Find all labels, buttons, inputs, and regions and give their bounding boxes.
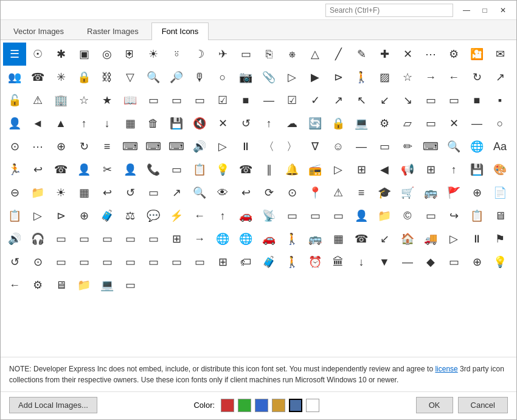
icon-cell[interactable]: 📋 — [188, 158, 211, 181]
icon-cell[interactable]: ← — [188, 204, 211, 227]
icon-cell[interactable]: ■ — [465, 89, 488, 112]
icon-cell[interactable]: 🏠 — [396, 227, 419, 250]
icon-cell[interactable]: ↖ — [350, 89, 373, 112]
icon-cell[interactable]: 💾 — [165, 112, 188, 135]
icon-cell[interactable]: 👤 — [119, 158, 142, 181]
icon-cell[interactable]: 🔒 — [327, 112, 350, 135]
color-swatch-blue[interactable] — [255, 399, 268, 412]
icon-cell[interactable]: ▭ — [72, 227, 95, 250]
maximize-button[interactable]: □ — [476, 3, 493, 18]
search-box[interactable] — [325, 4, 453, 17]
icon-cell[interactable]: ☎ — [234, 158, 257, 181]
minimize-button[interactable]: — — [458, 3, 475, 18]
icon-cell[interactable]: ▭ — [419, 112, 442, 135]
icon-cell[interactable]: 🚗 — [234, 204, 257, 227]
icon-cell[interactable]: ⊕ — [465, 250, 488, 274]
icon-cell[interactable]: ⎈ — [280, 43, 304, 66]
icon-cell[interactable]: ▭ — [142, 181, 165, 204]
icon-cell[interactable]: ✕ — [442, 112, 465, 135]
icon-cell[interactable]: ≡ — [350, 181, 373, 204]
icon-cell[interactable]: ▭ — [119, 250, 142, 274]
icon-cell[interactable]: 🔒 — [72, 66, 95, 89]
icon-cell[interactable]: ⊙ — [26, 250, 49, 274]
color-swatch-gold[interactable] — [272, 399, 285, 412]
icon-cell[interactable]: ○ — [488, 112, 512, 135]
icon-cell[interactable]: ↓ — [95, 112, 119, 135]
icon-cell[interactable]: ▭ — [165, 89, 188, 112]
icon-cell[interactable]: ✕ — [211, 112, 234, 135]
icon-cell[interactable]: ↗ — [165, 181, 188, 204]
color-swatch-slate[interactable] — [289, 399, 302, 412]
icon-cell[interactable]: ▭ — [188, 250, 211, 274]
icon-cell[interactable]: 📷 — [234, 66, 257, 89]
icon-cell[interactable]: ▷ — [211, 135, 234, 158]
icon-cell[interactable]: ⚠ — [327, 181, 350, 204]
icon-cell[interactable]: ⎘ — [257, 43, 280, 66]
icon-cell[interactable]: ▭ — [165, 250, 188, 274]
icon-cell[interactable]: 🛒 — [396, 181, 419, 204]
tab-raster-images[interactable]: Raster Images — [77, 22, 149, 40]
icon-cell[interactable]: ☁ — [280, 112, 304, 135]
icon-cell[interactable]: 🧳 — [95, 204, 119, 227]
icon-cell[interactable]: ⋯ — [26, 135, 49, 158]
icon-cell[interactable]: 🖥 — [49, 274, 72, 297]
icon-cell[interactable]: 🏛 — [327, 250, 350, 274]
icon-cell[interactable]: ☉ — [26, 43, 49, 66]
icon-cell[interactable]: ◄ — [26, 112, 49, 135]
icon-cell[interactable]: ☰ — [3, 43, 26, 66]
icon-cell[interactable]: ▭ — [119, 274, 142, 297]
icon-cell[interactable]: 📖 — [119, 89, 142, 112]
icon-cell[interactable]: ▭ — [419, 204, 442, 227]
icon-cell[interactable]: 📻 — [304, 158, 327, 181]
icon-cell[interactable]: ▭ — [142, 227, 165, 250]
icon-cell[interactable]: 🚶 — [280, 250, 304, 274]
color-swatch-red[interactable] — [221, 399, 234, 412]
icon-cell[interactable]: 💻 — [350, 112, 373, 135]
icon-cell[interactable]: ↗ — [327, 89, 350, 112]
icon-cell[interactable]: ⟳ — [257, 181, 280, 204]
icon-cell[interactable]: ↗ — [488, 66, 512, 89]
icon-cell[interactable]: 📞 — [142, 158, 165, 181]
icon-cell[interactable]: → — [188, 227, 211, 250]
icon-cell[interactable]: ✳ — [49, 66, 72, 89]
icon-cell[interactable]: ↓ — [350, 250, 373, 274]
icon-cell[interactable]: ▷ — [280, 66, 304, 89]
icon-cell[interactable]: ▣ — [72, 43, 95, 66]
icon-cell[interactable]: ✚ — [373, 43, 396, 66]
icon-cell[interactable]: ✂ — [95, 158, 119, 181]
icon-cell[interactable]: 🔊 — [188, 135, 211, 158]
icon-cell[interactable]: ⚙ — [373, 112, 396, 135]
icon-cell[interactable]: ⊙ — [3, 135, 26, 158]
icon-cell[interactable]: ▨ — [373, 66, 396, 89]
icon-cell[interactable]: ▽ — [119, 66, 142, 89]
icon-cell[interactable]: ○ — [211, 66, 234, 89]
icon-cell[interactable]: 🚌 — [419, 181, 442, 204]
icon-cell[interactable]: 〈 — [257, 135, 280, 158]
icon-cell[interactable]: ▶ — [304, 66, 327, 89]
icon-cell[interactable]: ✎ — [350, 43, 373, 66]
icon-cell[interactable]: ▭ — [442, 250, 465, 274]
icon-cell[interactable]: 🏷 — [234, 250, 257, 274]
icon-cell[interactable]: ⚠ — [26, 89, 49, 112]
icon-cell[interactable]: ⊕ — [465, 181, 488, 204]
icon-cell[interactable]: ▲ — [49, 112, 72, 135]
icon-cell[interactable]: ⊕ — [49, 135, 72, 158]
icon-cell[interactable]: ⊕ — [72, 204, 95, 227]
icon-cell[interactable]: 🔄 — [304, 112, 327, 135]
icon-cell[interactable]: ◎ — [95, 43, 119, 66]
icon-cell[interactable]: ⚑ — [488, 227, 512, 250]
icon-cell[interactable]: ⋯ — [419, 43, 442, 66]
icon-cell[interactable]: ⛨ — [119, 43, 142, 66]
cancel-button[interactable]: Cancel — [458, 397, 508, 413]
icon-cell[interactable]: ▭ — [419, 89, 442, 112]
icon-cell[interactable]: ∇ — [304, 135, 327, 158]
icon-cell[interactable]: 👁 — [211, 181, 234, 204]
ok-button[interactable]: OK — [416, 397, 453, 413]
icon-cell[interactable]: ☀ — [142, 43, 165, 66]
icon-cell[interactable]: ⊳ — [49, 204, 72, 227]
icon-cell[interactable]: ★ — [95, 89, 119, 112]
icon-cell[interactable]: ⚙ — [26, 274, 49, 297]
icon-cell[interactable]: ⊞ — [165, 227, 188, 250]
icon-cell[interactable]: ▦ — [327, 227, 350, 250]
icon-cell[interactable]: ▭ — [327, 204, 350, 227]
